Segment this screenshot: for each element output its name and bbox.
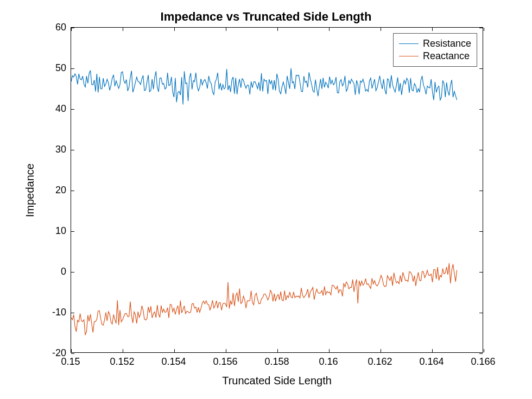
legend-entry-resistance: Resistance [399, 38, 471, 49]
xtick-mark [277, 28, 278, 31]
series-resistance [71, 68, 457, 105]
chart-title: Impedance vs Truncated Side Length [0, 10, 532, 24]
ytick-mark [479, 68, 483, 69]
ytick-label: 40 [23, 103, 66, 115]
ytick-mark [71, 272, 74, 273]
chart-lines [71, 28, 483, 352]
ytick-label: 60 [23, 22, 66, 33]
legend-label-reactance: Reactance [423, 50, 470, 62]
ytick-mark [479, 353, 483, 354]
xtick-mark [381, 349, 381, 352]
ytick-label: -10 [23, 307, 66, 318]
ytick-mark [479, 313, 483, 313]
xtick-mark [174, 28, 175, 31]
ytick-label: 30 [23, 144, 66, 155]
xtick-mark [123, 349, 123, 352]
xtick-label: 0.158 [264, 356, 289, 368]
xtick-mark [277, 349, 278, 352]
ytick-mark [71, 353, 74, 354]
ytick-mark [479, 231, 483, 232]
ytick-label: 50 [23, 62, 66, 74]
series-reactance [71, 263, 457, 335]
x-axis-label: Truncated Side Length [71, 375, 483, 387]
figure: Impedance vs Truncated Side Length Imped… [0, 0, 532, 399]
xtick-label: 0.154 [161, 356, 186, 368]
ytick-label: 0 [23, 266, 66, 277]
xtick-mark [71, 28, 72, 31]
legend-entry-reactance: Reactance [399, 50, 471, 62]
ytick-label: 10 [23, 225, 66, 237]
xtick-mark [123, 28, 123, 31]
ytick-mark [71, 109, 74, 110]
ytick-mark [71, 150, 74, 150]
xtick-mark [484, 28, 484, 31]
ytick-mark [71, 28, 74, 28]
ytick-mark [71, 231, 74, 232]
xtick-label: 0.15 [61, 356, 80, 368]
xtick-mark [174, 349, 175, 352]
xtick-label: 0.166 [471, 356, 495, 368]
xtick-label: 0.152 [110, 356, 134, 368]
xtick-label: 0.162 [368, 356, 392, 368]
xtick-label: 0.156 [213, 356, 237, 368]
legend[interactable]: Resistance Reactance [393, 33, 477, 67]
ytick-mark [71, 191, 74, 191]
ytick-label: 20 [23, 185, 66, 196]
xtick-mark [381, 28, 381, 31]
xtick-mark [329, 349, 330, 352]
xtick-label: 0.164 [419, 356, 444, 368]
ytick-mark [479, 150, 483, 150]
xtick-label: 0.16 [319, 356, 338, 368]
ytick-label: -20 [23, 347, 66, 359]
ytick-mark [479, 109, 483, 110]
plot-area[interactable]: Resistance Reactance [71, 27, 483, 353]
xtick-mark [432, 349, 433, 352]
legend-swatch-resistance [399, 43, 419, 44]
xtick-mark [329, 28, 330, 31]
xtick-mark [71, 349, 72, 352]
legend-label-resistance: Resistance [423, 38, 471, 49]
xtick-mark [226, 28, 226, 31]
legend-swatch-reactance [399, 56, 419, 56]
ytick-mark [479, 191, 483, 191]
xtick-mark [432, 28, 433, 31]
ytick-mark [71, 68, 74, 69]
xtick-mark [226, 349, 226, 352]
ytick-mark [479, 272, 483, 273]
ytick-mark [479, 28, 483, 28]
ytick-mark [71, 313, 74, 313]
xtick-mark [484, 349, 484, 352]
